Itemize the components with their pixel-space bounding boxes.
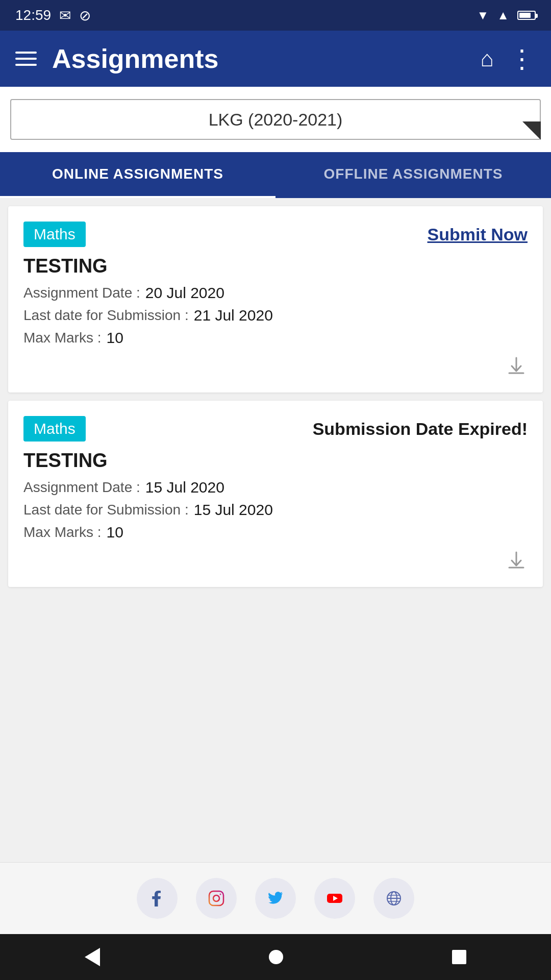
assignment-title-2: TESTING bbox=[23, 450, 528, 472]
assignment-date-row-2: Assignment Date : 15 Jul 2020 bbox=[23, 479, 528, 496]
youtube-button[interactable] bbox=[314, 878, 355, 919]
assignment-date-value-2: 15 Jul 2020 bbox=[145, 479, 224, 496]
class-dropdown[interactable]: LKG (2020-2021) UKG (2020-2021) bbox=[10, 99, 541, 140]
nav-home-button[interactable] bbox=[269, 950, 283, 964]
max-marks-row-1: Max Marks : 10 bbox=[23, 329, 528, 347]
max-marks-value-1: 10 bbox=[106, 329, 123, 347]
home-icon[interactable]: ⌂ bbox=[480, 46, 494, 71]
last-date-row-2: Last date for Submission : 15 Jul 2020 bbox=[23, 501, 528, 519]
status-bar: 12:59 ✉ ⊘ ▼ ▲ bbox=[0, 0, 551, 31]
navigation-bar bbox=[0, 934, 551, 980]
last-date-value-1: 21 Jul 2020 bbox=[194, 307, 273, 324]
mail-icon: ✉ bbox=[59, 7, 71, 24]
assignment-date-label-1: Assignment Date : bbox=[23, 285, 140, 301]
status-right: ▼ ▲ bbox=[477, 8, 536, 22]
subject-badge-2: Maths bbox=[23, 416, 86, 442]
max-marks-value-2: 10 bbox=[106, 524, 123, 541]
nav-back-button[interactable] bbox=[85, 948, 100, 966]
footer-spacer bbox=[8, 595, 543, 854]
status-left: 12:59 ✉ ⊘ bbox=[15, 7, 91, 24]
assignments-list: Maths Submit Now TESTING Assignment Date… bbox=[0, 198, 551, 862]
signal-icon: ▲ bbox=[497, 8, 509, 22]
subject-badge-1: Maths bbox=[23, 222, 86, 247]
card-footer-1 bbox=[23, 355, 528, 382]
assignment-date-row-1: Assignment Date : 20 Jul 2020 bbox=[23, 284, 528, 302]
download-icon-2[interactable] bbox=[505, 549, 528, 577]
svg-point-1 bbox=[213, 895, 219, 901]
svg-rect-0 bbox=[209, 891, 223, 905]
last-date-label-1: Last date for Submission : bbox=[23, 307, 189, 324]
recents-square-icon bbox=[452, 950, 466, 964]
home-circle-icon bbox=[269, 950, 283, 964]
facebook-button[interactable] bbox=[137, 878, 178, 919]
dropdown-wrapper: LKG (2020-2021) UKG (2020-2021) bbox=[10, 99, 541, 140]
last-date-row-1: Last date for Submission : 21 Jul 2020 bbox=[23, 307, 528, 324]
social-footer bbox=[0, 862, 551, 934]
nav-recents-button[interactable] bbox=[452, 950, 466, 964]
hamburger-menu-button[interactable] bbox=[15, 52, 37, 66]
tabs-container: ONLINE ASSIGNMENTS OFFLINE ASSIGNMENTS bbox=[0, 152, 551, 198]
dnd-icon: ⊘ bbox=[79, 7, 91, 24]
card-footer-2 bbox=[23, 549, 528, 577]
assignment-card-2: Maths Submission Date Expired! TESTING A… bbox=[8, 401, 543, 587]
twitter-button[interactable] bbox=[255, 878, 296, 919]
hamburger-line-2 bbox=[15, 58, 37, 60]
back-arrow-icon bbox=[85, 948, 100, 966]
hamburger-line-3 bbox=[15, 64, 37, 66]
assignment-date-label-2: Assignment Date : bbox=[23, 479, 140, 496]
class-selector-container: LKG (2020-2021) UKG (2020-2021) bbox=[0, 87, 551, 152]
submit-now-button-1[interactable]: Submit Now bbox=[428, 225, 528, 244]
assignment-card-1: Maths Submit Now TESTING Assignment Date… bbox=[8, 206, 543, 393]
expired-status-2: Submission Date Expired! bbox=[313, 419, 528, 439]
hamburger-line-1 bbox=[15, 52, 37, 54]
max-marks-label-1: Max Marks : bbox=[23, 330, 101, 346]
download-icon-1[interactable] bbox=[505, 355, 528, 382]
last-date-value-2: 15 Jul 2020 bbox=[194, 501, 273, 519]
wifi-icon: ▼ bbox=[477, 8, 489, 22]
app-bar: Assignments ⌂ ⋮ bbox=[0, 31, 551, 87]
tab-online-assignments[interactable]: ONLINE ASSIGNMENTS bbox=[0, 152, 276, 198]
social-icons-row bbox=[10, 878, 541, 919]
max-marks-row-2: Max Marks : 10 bbox=[23, 524, 528, 541]
assignment-date-value-1: 20 Jul 2020 bbox=[145, 284, 224, 302]
tab-offline-assignments[interactable]: OFFLINE ASSIGNMENTS bbox=[276, 152, 551, 198]
globe-button[interactable] bbox=[373, 878, 414, 919]
card-header-1: Maths Submit Now bbox=[23, 222, 528, 247]
instagram-button[interactable] bbox=[196, 878, 237, 919]
more-options-icon[interactable]: ⋮ bbox=[509, 44, 536, 74]
battery-icon bbox=[517, 11, 536, 20]
page-title: Assignments bbox=[52, 43, 465, 74]
assignment-title-1: TESTING bbox=[23, 255, 528, 277]
max-marks-label-2: Max Marks : bbox=[23, 524, 101, 541]
status-time: 12:59 bbox=[15, 7, 51, 23]
svg-point-2 bbox=[220, 894, 221, 895]
last-date-label-2: Last date for Submission : bbox=[23, 502, 189, 518]
card-header-2: Maths Submission Date Expired! bbox=[23, 416, 528, 442]
